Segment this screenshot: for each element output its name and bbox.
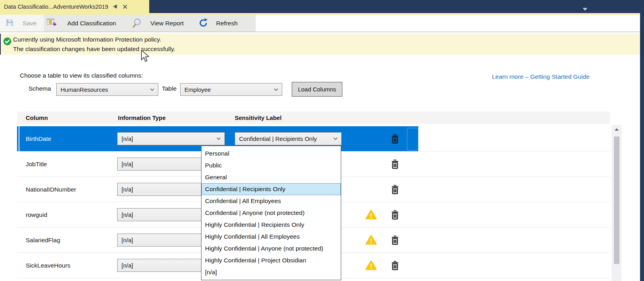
save-button[interactable]: Save [0,15,44,32]
pin-icon[interactable] [113,4,118,9]
column-name: BirthDate [26,126,51,151]
dropdown-option[interactable]: Highly Confidential | Anyone (not protec… [201,243,341,254]
grid-header: Column Information Type Sensitivity Labe… [17,112,610,124]
dropdown-option[interactable]: Highly Confidential | All Employees [201,231,341,243]
delete-classification-button[interactable] [391,134,399,146]
tab-title: Data Classificatio...AdventureWorks2019 [0,4,108,10]
column-name: SalariedFlag [26,228,60,253]
dropdown-option[interactable]: Highly Confidential | Recipients Only [201,219,341,231]
chevron-down-icon [150,88,154,91]
dropdown-option[interactable]: Confidential | Recipients Only [201,183,341,195]
schema-dropdown[interactable]: HumanResources [56,83,158,96]
table-dropdown[interactable]: Employee [180,83,282,96]
close-icon[interactable] [123,4,127,9]
document-well-dropdown-icon[interactable] [583,5,587,12]
information-type-value: [n/a] [118,135,217,142]
column-name: rowguid [26,202,47,227]
delete-classification-button[interactable] [391,260,399,272]
dropdown-option[interactable]: [n/a] [201,266,341,278]
dropdown-option[interactable]: Personal [201,148,341,159]
view-report-magnifier-icon [132,18,143,30]
dropdown-option[interactable]: Public [201,159,341,171]
delete-classification-button[interactable] [391,210,399,222]
schema-label: Schema [28,85,51,92]
banner-line1: Currently using Microsoft Information Pr… [13,35,175,44]
chevron-down-icon [333,137,338,140]
view-report-label: View Report [150,15,184,32]
delete-classification-button[interactable] [391,159,399,171]
success-check-icon [3,37,11,47]
refresh-icon [199,18,208,29]
toolbar: Save Add Classification [0,15,640,32]
banner-text: Currently using Microsoft Information Pr… [13,35,175,54]
information-type-dropdown[interactable]: [n/a] [117,132,225,145]
warning-icon [365,260,377,272]
table-value: Employee [180,86,274,93]
chevron-down-icon [274,88,278,91]
data-classification-window: Data Classificatio...AdventureWorks2019 … [0,0,644,281]
table-label: Table [162,85,177,92]
warning-icon [365,209,377,221]
sensitivity-label-dropdown[interactable]: Confidential | Recipients Only [235,132,342,145]
schema-value: HumanResources [57,86,150,93]
save-floppy-icon [6,19,14,28]
refresh-label: Refresh [216,15,237,32]
column-name: SickLeaveHours [26,253,70,278]
header-sensitivity-label: Sensitivity Label [235,112,281,124]
delete-classification-button[interactable] [391,235,399,247]
scrollbar-thumb[interactable] [614,137,619,264]
dropdown-option[interactable]: Highly Confidential | Project Obsidian [201,254,341,266]
delete-classification-button[interactable] [391,184,399,196]
add-classification-label: Add Classification [67,15,116,32]
dropdown-option[interactable]: General [201,171,341,183]
banner-line2: The classification changes have been upd… [13,44,175,54]
header-information-type: Information Type [118,112,166,124]
sensitivity-dropdown-list: PersonalPublicGeneralConfidential | Reci… [201,146,341,280]
column-name: NationalIDNumber [26,177,76,202]
load-columns-button[interactable]: Load Columns [292,82,342,97]
learn-more-link[interactable]: Learn more – Getting Started Guide [492,73,589,80]
choose-table-prompt: Choose a table to view its classified co… [20,72,143,79]
dropdown-option[interactable]: Confidential | All Employees [201,195,341,207]
status-banner: Currently using Microsoft Information Pr… [0,34,640,55]
mouse-cursor [141,50,150,64]
sensitivity-label-value: Confidential | Recipients Only [235,135,333,142]
scroll-up-arrow-icon[interactable] [612,125,621,134]
column-name: JobTitle [26,152,47,177]
vertical-scrollbar[interactable] [612,125,621,281]
selected-row-accent [19,126,19,151]
tab-data-classification[interactable]: Data Classificatio...AdventureWorks2019 [0,0,149,13]
dropdown-option[interactable]: Confidential | Anyone (not protected) [201,207,341,219]
save-label: Save [23,15,36,32]
add-classification-table-tag-icon [47,18,57,29]
focused-cell-outline [407,128,418,150]
header-column: Column [26,112,48,124]
warning-icon [365,235,377,247]
chevron-down-icon [217,137,221,140]
